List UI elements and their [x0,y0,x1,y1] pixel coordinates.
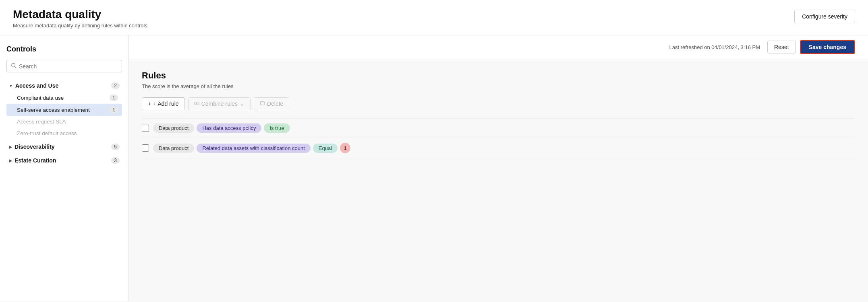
nav-badge-estate-curation: 3 [111,157,120,164]
rule-2-checkbox[interactable] [142,144,149,152]
rule-2-pills: Data product Related data assets with cl… [153,143,350,153]
svg-rect-2 [195,102,197,105]
pill-is-true: Is true [264,123,290,133]
nav-badge-discoverability: 5 [111,144,120,150]
svg-rect-5 [261,102,264,105]
pill-has-data-access-policy: Has data access policy [197,123,261,133]
pill-number-1: 1 [340,143,350,153]
nav-child-label: Zero-trust default access [17,130,118,136]
action-bar: + + Add rule Combine rules ⌄ [142,97,855,110]
svg-line-1 [15,67,17,68]
svg-rect-3 [197,102,199,105]
nav-group-header-discoverability[interactable]: ▶ Discoverability 5 [6,141,122,153]
nav-group-access-and-use: ▼ Access and Use 2 Compliant data use 1 … [6,80,122,139]
table-row: Data product Has data access policy Is t… [142,118,855,138]
content-toolbar: Last refreshed on 04/01/2024, 3:16 PM Re… [129,35,868,59]
nav-badge-access-and-use: 2 [111,82,120,89]
pill-data-product-2: Data product [153,144,194,153]
pill-related-data-assets: Related data assets with classification … [197,144,310,153]
sidebar: Controls ▼ Access and Use 2 Compliant da… [0,35,129,301]
search-box[interactable] [6,60,122,72]
page-subtitle: Measure metadata quality by defining rul… [13,23,147,29]
chevron-right-icon-2: ▶ [9,158,12,163]
sidebar-item-self-serve[interactable]: Self-serve access enablement 1 [6,104,122,116]
nav-group-label-discoverability: Discoverability [15,144,55,150]
nav-group-label-access-and-use: Access and Use [15,82,58,89]
rules-title: Rules [142,70,855,81]
page-title: Metadata quality [13,8,147,21]
delete-button: Delete [254,97,289,110]
save-changes-button[interactable]: Save changes [800,40,855,54]
chevron-right-icon: ▶ [9,145,12,149]
plus-icon: + [148,101,151,107]
add-rule-label: + Add rule [153,101,178,107]
configure-severity-button[interactable]: Configure severity [794,10,855,23]
nav-group-estate-curation: ▶ Estate Curation 3 [6,154,122,166]
rules-section: Rules The score is the average of all th… [129,59,868,170]
add-rule-button[interactable]: + + Add rule [142,97,185,110]
nav-child-label: Compliant data use [17,95,110,101]
rules-table: Data product Has data access policy Is t… [142,118,855,158]
rule-1-checkbox[interactable] [142,125,149,132]
combine-rules-label: Combine rules [201,101,238,107]
combine-icon [194,101,199,107]
table-row: Data product Related data assets with cl… [142,138,855,158]
page-header: Metadata quality Measure metadata qualit… [0,0,868,35]
sidebar-item-compliant-data-use[interactable]: Compliant data use 1 [6,92,122,104]
last-refreshed-label: Last refreshed on 04/01/2024, 3:16 PM [669,44,760,50]
nav-group-header-access-and-use[interactable]: ▼ Access and Use 2 [6,80,122,92]
nav-badge-compliant: 1 [110,95,118,101]
combine-rules-button: Combine rules ⌄ [188,97,251,110]
delete-label: Delete [267,101,283,107]
rule-1-pills: Data product Has data access policy Is t… [153,123,290,133]
main-layout: Controls ▼ Access and Use 2 Compliant da… [0,35,868,301]
nav-child-label: Self-serve access enablement [17,107,110,113]
pill-data-product-1: Data product [153,123,194,133]
reset-button[interactable]: Reset [767,41,796,53]
sidebar-item-access-request-sla: Access request SLA [6,116,122,127]
nav-group-header-estate-curation[interactable]: ▶ Estate Curation 3 [6,154,122,166]
search-icon [11,63,17,70]
chevron-down-icon-combine: ⌄ [240,101,244,107]
sidebar-item-zero-trust: Zero-trust default access [6,127,122,139]
nav-badge-self-serve: 1 [110,107,118,113]
nav-child-label: Access request SLA [17,119,118,125]
nav-group-label-estate-curation: Estate Curation [15,157,56,164]
content-area: Last refreshed on 04/01/2024, 3:16 PM Re… [129,35,868,301]
search-input[interactable] [19,63,118,70]
trash-icon [260,101,265,107]
rules-subtitle: The score is the average of all the rule… [142,83,855,89]
sidebar-title: Controls [6,45,122,53]
pill-equal: Equal [313,144,338,153]
chevron-down-icon: ▼ [9,84,13,88]
page-header-left: Metadata quality Measure metadata qualit… [13,8,147,29]
nav-group-discoverability: ▶ Discoverability 5 [6,141,122,153]
